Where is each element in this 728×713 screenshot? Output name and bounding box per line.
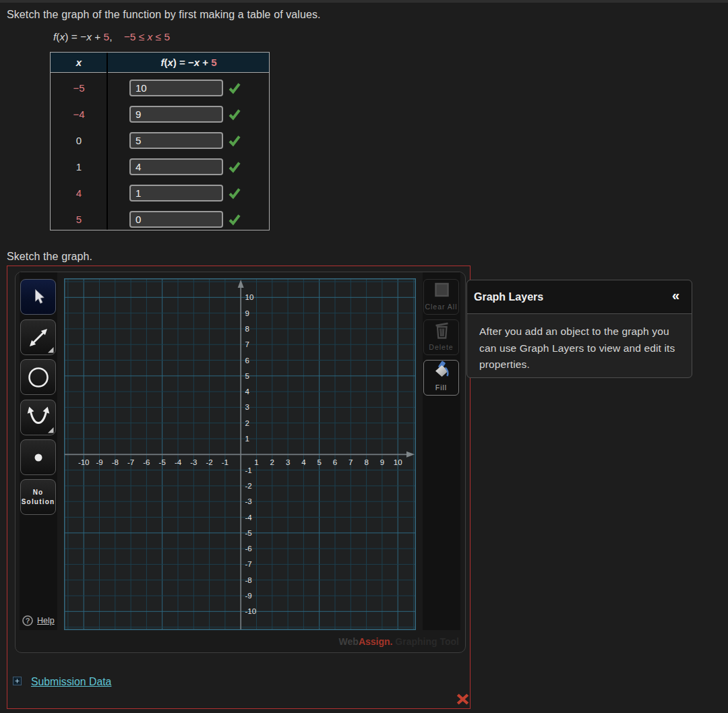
svg-text:2: 2	[245, 419, 249, 427]
svg-text:8: 8	[245, 325, 249, 333]
svg-text:9: 9	[245, 309, 249, 317]
svg-text:-8: -8	[245, 576, 252, 584]
svg-text:-3: -3	[190, 458, 197, 466]
svg-text:-3: -3	[245, 497, 252, 505]
svg-text:-9: -9	[245, 592, 252, 600]
svg-text:-2: -2	[206, 458, 212, 466]
svg-text:-4: -4	[245, 514, 253, 522]
svg-text:-5: -5	[245, 529, 252, 537]
svg-text:3: 3	[286, 458, 290, 466]
svg-text:3: 3	[245, 403, 249, 411]
svg-text:?: ?	[26, 617, 30, 625]
svg-text:5: 5	[317, 458, 321, 466]
svg-text:-2: -2	[245, 482, 252, 490]
svg-text:-10: -10	[245, 607, 257, 615]
svg-text:-9: -9	[96, 458, 102, 466]
svg-text:-7: -7	[245, 560, 252, 568]
svg-text:10: 10	[245, 293, 254, 301]
svg-text:-8: -8	[112, 458, 119, 466]
svg-text:-6: -6	[245, 545, 252, 553]
svg-text:4: 4	[301, 458, 306, 466]
svg-text:1: 1	[245, 435, 249, 443]
svg-text:10: 10	[394, 458, 402, 466]
svg-text:-7: -7	[127, 458, 134, 466]
svg-text:9: 9	[380, 458, 384, 466]
svg-text:6: 6	[333, 458, 337, 466]
svg-text:-5: -5	[159, 458, 166, 466]
svg-text:-6: -6	[143, 458, 150, 466]
svg-text:6: 6	[245, 356, 249, 365]
svg-text:7: 7	[348, 458, 353, 466]
svg-text:-10: -10	[78, 458, 90, 466]
svg-text:2: 2	[270, 458, 274, 466]
svg-text:4: 4	[245, 388, 250, 396]
svg-text:1: 1	[254, 458, 258, 466]
svg-text:-4: -4	[175, 458, 182, 466]
svg-text:5: 5	[245, 372, 249, 380]
svg-text:-1: -1	[222, 458, 229, 466]
svg-text:-1: -1	[245, 466, 252, 474]
svg-text:8: 8	[364, 458, 368, 466]
svg-text:7: 7	[245, 340, 249, 348]
